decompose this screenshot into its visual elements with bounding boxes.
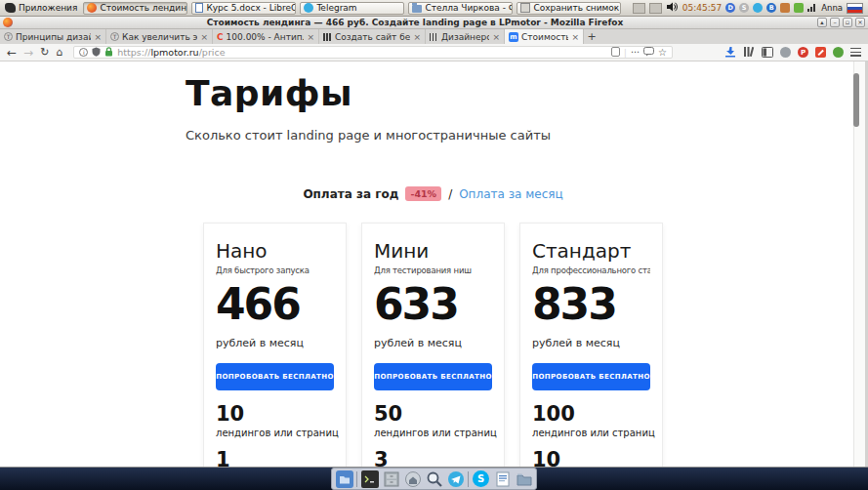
terminal-icon[interactable]	[360, 470, 379, 488]
page-info-icon[interactable]: i	[79, 48, 88, 57]
try-free-button[interactable]: ПОПРОБОВАТЬ БЕСПЛАТНО	[532, 363, 650, 390]
applications-menu[interactable]: Приложения	[3, 3, 79, 13]
adblock-extension-icon[interactable]	[833, 47, 844, 58]
shade-button[interactable]: ▴	[817, 18, 827, 27]
scrollbar-thumb[interactable]	[853, 73, 859, 127]
billing-yearly-option[interactable]: Оплата за год	[303, 187, 398, 201]
url-text[interactable]: https://lpmotor.ru/price	[117, 47, 607, 58]
tray-browser-icon[interactable]: D	[725, 3, 735, 13]
feature-value: 50	[374, 403, 492, 426]
tab-close-icon[interactable]: ×	[413, 32, 421, 42]
tray-telegram-icon[interactable]	[753, 3, 763, 13]
feature-value: 10	[532, 449, 650, 467]
home-button[interactable]: ⌂	[56, 47, 62, 58]
close-button[interactable]: ×	[855, 18, 865, 27]
lock-icon[interactable]	[104, 47, 113, 59]
tab-bar: T Принципы дизайна ле × T Как увеличить …	[0, 29, 868, 44]
navigation-toolbar: ← → ↻ ⌂ i https://lpmotor.ru/price | ⋯ ☆…	[0, 44, 868, 61]
folder-icon[interactable]	[515, 470, 533, 488]
feature-value: 10	[216, 403, 334, 426]
plan-price-unit: рублей в месяц	[216, 337, 334, 349]
tray-bluetooth-icon[interactable]: B	[766, 3, 776, 13]
billing-toggle: Оплата за год -41% / Оплата за месяц	[203, 186, 663, 201]
tab-label: 100.00% - Антиплагиа	[227, 32, 305, 42]
tray-battery-icon[interactable]	[794, 3, 804, 13]
tab-label: Как увеличить эффект	[122, 32, 197, 42]
taskbar-window-telegram[interactable]: Telegram	[300, 2, 404, 15]
new-tab-button[interactable]: +	[584, 29, 599, 44]
web-browser-icon[interactable]	[403, 470, 422, 488]
tab-principy-dizayna[interactable]: T Принципы дизайна ле ×	[0, 29, 106, 44]
maximize-button[interactable]: ▫	[843, 18, 852, 27]
search-icon[interactable]	[425, 470, 443, 488]
toggle-separator: /	[448, 187, 452, 201]
tab-close-icon[interactable]: ×	[492, 32, 500, 42]
scrollbar-track[interactable]	[853, 61, 865, 467]
archive-manager-icon[interactable]	[382, 470, 400, 488]
plan-name: Мини	[374, 239, 492, 263]
page-title: Тарифы	[186, 73, 352, 113]
feature-label: лендингов или страниц	[216, 428, 334, 438]
tab-antiplagiat[interactable]: C 100.00% - Антиплагиа ×	[213, 29, 319, 44]
tab-close-icon[interactable]: ×	[571, 32, 579, 42]
sidebar-icon[interactable]	[762, 43, 773, 61]
forward-button[interactable]: →	[23, 47, 33, 59]
downloads-icon[interactable]	[724, 43, 736, 61]
telegram-icon	[304, 3, 313, 13]
taskbar-window-label: Telegram	[316, 3, 356, 13]
url-bar[interactable]: i https://lpmotor.ru/price | ⋯ ☆	[73, 46, 673, 59]
minimize-button[interactable]: –	[830, 18, 840, 27]
extension-cookie-icon[interactable]	[780, 47, 791, 58]
keyboard-layout-flag[interactable]	[847, 3, 863, 14]
volume-icon[interactable]	[666, 2, 679, 14]
bookmark-bubble-icon[interactable]	[643, 47, 654, 59]
taskbar-window-label: Курс 5.docx - LibreOffic...	[206, 3, 296, 13]
pinterest-extension-icon[interactable]: P	[798, 47, 808, 58]
tab-label: Стоимость лендинга –	[521, 32, 568, 42]
window-thumb[interactable]	[633, 3, 645, 14]
library-icon[interactable]	[743, 43, 755, 61]
lpmotor-icon: m	[509, 32, 518, 42]
plan-tagline: Для быстрого запуска	[216, 265, 334, 275]
system-tray: 05:45:57 D S B Anna	[633, 2, 865, 14]
page-action-icon[interactable]	[611, 47, 620, 59]
tab-sozdat-sait[interactable]: Создать сайт бесплатн ×	[319, 29, 426, 44]
try-free-button[interactable]: ПОПРОБОВАТЬ БЕСПЛАТНО	[216, 363, 334, 390]
editor-extension-icon[interactable]	[815, 47, 826, 58]
window-titlebar[interactable]: Стоимость лендинга — 466 руб. Создайте l…	[0, 17, 868, 29]
tray-skype-icon[interactable]: S	[739, 3, 749, 13]
menu-icon[interactable]	[850, 48, 861, 57]
network-signal-icon[interactable]	[807, 3, 817, 14]
taskbar-window-firefox[interactable]: Стоимость лендинга ...	[83, 2, 187, 15]
back-button[interactable]: ←	[7, 47, 17, 59]
browser-viewport: Тарифы Сколько стоит landing page и мног…	[0, 61, 868, 467]
telegram-icon[interactable]	[446, 470, 465, 488]
reload-button[interactable]: ↻	[40, 47, 49, 58]
taskbar-window-files[interactable]: Стелла Чиркова - Фай...	[408, 2, 513, 15]
page-actions-more-icon[interactable]: ⋯	[631, 48, 640, 57]
file-manager-icon[interactable]	[335, 470, 353, 488]
plan-tagline: Для профессионального старта	[532, 265, 650, 275]
plan-price: 833	[532, 283, 650, 326]
clock[interactable]: 05:45:57	[682, 3, 722, 13]
skype-icon[interactable]: S	[472, 470, 490, 488]
taskbar-window-screenshot[interactable]: Сохранить снимок как...	[517, 2, 621, 15]
plan-price: 633	[374, 283, 492, 326]
tab-kak-uvelichit[interactable]: T Как увеличить эффект ×	[106, 29, 213, 44]
tracking-shield-icon[interactable]	[92, 47, 101, 59]
tab-lpmotor-active[interactable]: m Стоимость лендинга – ×	[505, 29, 584, 44]
tray-updates-icon[interactable]	[780, 3, 790, 13]
tab-close-icon[interactable]: ×	[307, 32, 314, 42]
tab-close-icon[interactable]: ×	[94, 32, 102, 42]
taskbar-window-libreoffice[interactable]: Курс 5.docx - LibreOffic...	[191, 2, 296, 15]
site-builder-icon	[323, 33, 332, 41]
tab-showcase[interactable]: Дизайнерский шоукей ×	[426, 29, 505, 44]
text-editor-icon[interactable]	[493, 470, 512, 488]
tab-close-icon[interactable]: ×	[200, 32, 208, 42]
user-name[interactable]: Anna	[821, 3, 843, 13]
star-icon[interactable]: ☆	[658, 48, 667, 58]
feature-label: лендингов или страниц	[532, 428, 650, 438]
billing-monthly-option[interactable]: Оплата за месяц	[459, 187, 562, 201]
window-thumb[interactable]	[649, 3, 662, 14]
try-free-button[interactable]: ПОПРОБОВАТЬ БЕСПЛАТНО	[374, 363, 492, 390]
